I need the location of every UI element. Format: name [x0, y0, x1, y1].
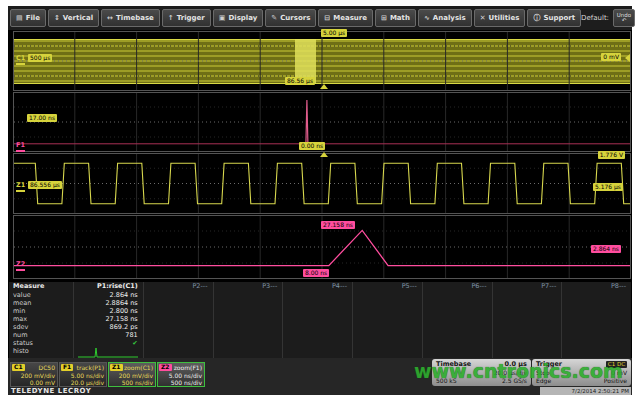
measure-sdev: 869.2 ps [74, 323, 143, 331]
measure-mean [214, 299, 283, 307]
measure-sdev [353, 323, 422, 331]
descriptor-offset: 0.00 mV [30, 380, 55, 387]
measure-histogram-cell [283, 347, 352, 358]
utilities-icon: ✕ [480, 14, 486, 22]
menu-support-button[interactable]: ⓘSupport [527, 9, 581, 27]
measure-column-p1risec1[interactable]: P1:rise(C1)2.864 ns2.8864 ns2.800 ns27.1… [73, 282, 143, 358]
menu-file-button[interactable]: ▤File [10, 9, 46, 27]
measure-mean [423, 299, 492, 307]
scope-ui: ▤File↕Vertical↔Timebase↑Trigger▣Display✎… [8, 6, 632, 395]
measure-min [423, 307, 492, 315]
menu-trigger-button[interactable]: ↑Trigger [162, 9, 211, 27]
menu-math-button[interactable]: ⊞Math [375, 9, 416, 27]
descriptor-source: DC50 [39, 365, 55, 372]
measure-histogram-cell [74, 347, 143, 358]
measure-num: 781 [74, 331, 143, 339]
descriptor-source: zoom(C1) [124, 365, 153, 372]
menu-bar: ▤File↕Vertical↔Timebase↑Trigger▣Display✎… [8, 6, 632, 30]
z1-position-marker-icon[interactable] [320, 152, 328, 157]
zoom-position-marker-icon[interactable] [320, 84, 328, 89]
z2-right-tag: 2.864 ns [591, 245, 621, 253]
menu-measure-button[interactable]: ⊟Measure [318, 9, 373, 27]
menu-cursors-button[interactable]: ✎Cursors [265, 9, 316, 27]
descriptor-c1[interactable]: C1DC50200 mV/div0.00 mV [10, 362, 58, 387]
measure-row-label: sdev [13, 323, 73, 331]
measure-column-header[interactable]: P6--- [423, 282, 492, 291]
grid-z1-zoom[interactable]: Z1 86.556 μs 1.776 V 5.176 μs [13, 153, 631, 214]
menu-label: Analysis [433, 14, 466, 22]
trace-label-z1[interactable]: Z1 [16, 182, 25, 192]
measure-status [562, 339, 631, 347]
measure-value [283, 291, 352, 299]
analysis-icon: ∿ [424, 14, 430, 22]
measure-column-p6[interactable]: P6--- [422, 282, 492, 358]
grid-f1-track[interactable]: F1 17.00 ns 0.00 ns [13, 92, 631, 152]
measure-min [144, 307, 213, 315]
measure-column-header[interactable]: P8--- [562, 282, 631, 291]
measure-max [283, 315, 352, 323]
measure-column-p3[interactable]: P3--- [213, 282, 283, 358]
descriptor-z2[interactable]: Z2zoom(F1)5.00 ns/div500 ns/div [157, 362, 205, 387]
z1-right-tag: 5.176 μs [593, 183, 623, 191]
measure-value [423, 291, 492, 299]
measure-min [562, 307, 631, 315]
descriptor-offset: 20.0 μs/div [71, 380, 104, 387]
measure-mean [562, 299, 631, 307]
trace-label-f1[interactable]: F1 [16, 142, 25, 152]
measure-column-header[interactable]: P2--- [144, 282, 213, 291]
display-icon: ▣ [219, 14, 226, 22]
measure-column-p7[interactable]: P7--- [492, 282, 562, 358]
measure-column-p2[interactable]: P2--- [143, 282, 213, 358]
z2-bottom-tag: 8.00 ns [303, 269, 329, 277]
grid-c1[interactable]: C1 500 μs 5.00 μs 86.56 μs 0 mV [13, 31, 631, 91]
measure-histogram-cell [562, 347, 631, 358]
menu-vertical-button[interactable]: ↕Vertical [48, 9, 99, 27]
menu-timebase-button[interactable]: ↔Timebase [101, 9, 160, 27]
f1-bottom-tag: 0.00 ns [299, 142, 325, 150]
menu-label: Display [228, 14, 257, 22]
z1-left-tag: 86.556 μs [28, 181, 62, 189]
measure-status [493, 339, 562, 347]
measure-column-header[interactable]: P3--- [214, 282, 283, 291]
c1-trigger-level-tag[interactable]: 0 mV [601, 53, 621, 61]
descriptor-tab: Z2 [159, 364, 172, 371]
menu-label: Trigger [177, 14, 205, 22]
measure-num [144, 331, 213, 339]
measure-histogram-cell [493, 347, 562, 358]
measure-value [353, 291, 422, 299]
measure-mean: 2.8864 ns [74, 299, 143, 307]
measure-column-p8[interactable]: P8--- [561, 282, 631, 358]
undo-button[interactable]: Undo ↶ [613, 9, 635, 27]
menu-analysis-button[interactable]: ∿Analysis [418, 9, 472, 27]
trace-label-z2[interactable]: Z2 [16, 261, 25, 271]
trace-label-c1[interactable]: C1 [16, 55, 25, 65]
measure-column-p5[interactable]: P5--- [352, 282, 422, 358]
measure-min [283, 307, 352, 315]
teledyne-lecroy-logo: TELEDYNE LECROY [11, 387, 91, 395]
c1-left-tag: 500 μs [28, 54, 52, 62]
trigger-level-marker-icon[interactable] [625, 54, 630, 62]
descriptor-f1[interactable]: F1track(P1)5.00 ns/div20.0 μs/div [59, 362, 107, 387]
measure-min [353, 307, 422, 315]
menu-utilities-button[interactable]: ✕Utilities [474, 9, 526, 27]
measure-column-header[interactable]: P4--- [283, 282, 352, 291]
grid-z2-zoom[interactable]: Z2 27.158 ns 2.864 ns 8.00 ns [13, 215, 631, 279]
measure-histogram-cell [214, 347, 283, 358]
measure-histogram-cell [144, 347, 213, 358]
measure-row-label: histo [13, 347, 73, 358]
measure-column-header[interactable]: P1:rise(C1) [74, 282, 143, 291]
undo-icon: ↶ [622, 18, 627, 24]
measure-column-header[interactable]: P7--- [493, 282, 562, 291]
menu-display-button[interactable]: ▣Display [213, 9, 263, 27]
measure-max [353, 315, 422, 323]
measure-column-header[interactable]: P5--- [353, 282, 422, 291]
timebase-icon: ↔ [107, 14, 113, 22]
measure-sdev [283, 323, 352, 331]
descriptor-z1[interactable]: Z1zoom(C1)200 mV/div500 ns/div [108, 362, 156, 387]
vertical-icon: ↕ [54, 14, 60, 22]
measure-status [353, 339, 422, 347]
c1-top-tag: 5.00 μs [321, 29, 347, 37]
measure-column-p4[interactable]: P4--- [282, 282, 352, 358]
menu-label: Math [390, 14, 410, 22]
measure-row-label: max [13, 315, 73, 323]
